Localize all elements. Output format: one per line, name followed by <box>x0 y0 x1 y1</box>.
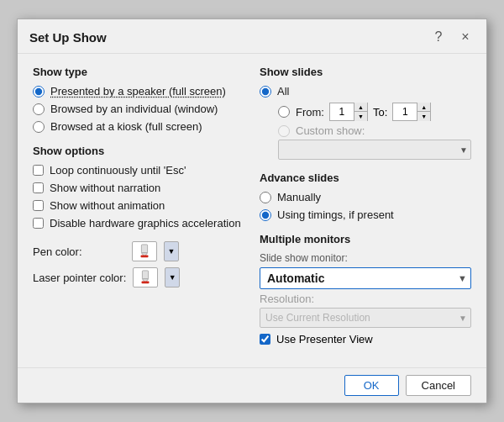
radio-from[interactable]: From: <box>278 106 324 119</box>
from-input[interactable] <box>330 103 354 120</box>
radio-speaker-label: Presented by a speaker (full screen) <box>50 85 226 98</box>
from-up-arrow[interactable]: ▲ <box>354 103 367 112</box>
radio-manually[interactable]: Manually <box>260 191 471 203</box>
svg-rect-3 <box>143 271 149 279</box>
help-button[interactable]: ? <box>429 28 448 46</box>
monitor-select[interactable]: Automatic <box>260 267 471 289</box>
left-column: Show type Presented by a speaker (full s… <box>33 66 244 357</box>
close-button[interactable]: × <box>456 28 475 46</box>
presenter-view-checkbox[interactable] <box>260 334 270 345</box>
radio-speaker[interactable]: Presented by a speaker (full screen) <box>33 85 244 98</box>
multiple-monitors-section: Multiple monitors Slide show monitor: Au… <box>260 233 471 346</box>
from-spinbox-arrows: ▲ ▼ <box>354 103 367 121</box>
radio-custom[interactable]: Custom show: <box>278 124 471 137</box>
radio-timings[interactable]: Using timings, if present <box>260 208 471 221</box>
radio-all-input[interactable] <box>260 86 271 98</box>
cancel-button[interactable]: Cancel <box>406 375 471 396</box>
cb-loop[interactable]: Loop continuously until 'Esc' <box>33 164 244 177</box>
radio-individual[interactable]: Browsed by an individual (window) <box>33 103 244 115</box>
to-input[interactable] <box>393 103 417 120</box>
laser-pointer-label: Laser pointer color: <box>33 272 126 284</box>
radio-all[interactable]: All <box>260 85 471 98</box>
radio-all-label: All <box>277 85 289 98</box>
laser-color-button[interactable] <box>133 267 158 287</box>
svg-rect-5 <box>142 282 150 284</box>
pen-color-row: Pen color: ▼ <box>33 241 244 261</box>
cb-disable-hw-input[interactable] <box>33 218 44 229</box>
ok-button[interactable]: OK <box>344 375 399 396</box>
pen-color-label: Pen color: <box>33 245 125 258</box>
cb-no-animation[interactable]: Show without animation <box>33 199 244 212</box>
custom-show-row: Custom show: ▼ <box>278 124 471 160</box>
show-type-title: Show type <box>33 66 244 78</box>
svg-rect-0 <box>141 245 147 253</box>
from-down-arrow[interactable]: ▼ <box>354 112 367 121</box>
cb-no-animation-label: Show without animation <box>50 199 165 212</box>
monitor-select-wrapper: Automatic ▼ <box>260 267 471 289</box>
to-down-arrow[interactable]: ▼ <box>417 112 430 121</box>
title-bar: Set Up Show ? × <box>18 19 486 54</box>
dialog-title: Set Up Show <box>29 30 107 45</box>
setup-show-dialog: Set Up Show ? × Show type Presented by a… <box>17 18 487 404</box>
from-label: From: <box>296 106 324 119</box>
radio-individual-label: Browsed by an individual (window) <box>50 103 218 115</box>
radio-kiosk-input[interactable] <box>33 121 45 133</box>
to-spinbox: ▲ ▼ <box>392 103 431 121</box>
from-spinbox: ▲ ▼ <box>329 103 368 121</box>
radio-kiosk[interactable]: Browsed at a kiosk (full screen) <box>33 120 244 133</box>
cb-disable-hw[interactable]: Disable hardware graphics acceleration <box>33 217 244 229</box>
right-column: Show slides All From: ▲ ▼ <box>260 66 471 357</box>
pen-icon <box>136 244 153 259</box>
custom-show-label: Custom show: <box>296 124 365 137</box>
svg-rect-2 <box>141 256 149 258</box>
advance-slides-title: Advance slides <box>260 171 471 184</box>
to-up-arrow[interactable]: ▲ <box>417 103 430 112</box>
show-options-title: Show options <box>33 145 244 157</box>
cb-loop-input[interactable] <box>33 165 44 176</box>
radio-from-input[interactable] <box>278 106 290 118</box>
resolution-select-wrapper: Use Current Resolution ▼ <box>260 308 471 328</box>
multiple-monitors-title: Multiple monitors <box>260 233 471 245</box>
cb-no-narration[interactable]: Show without narration <box>33 182 244 194</box>
slide-show-monitor-label: Slide show monitor: <box>260 252 471 264</box>
cb-no-narration-label: Show without narration <box>50 182 160 194</box>
to-spinbox-arrows: ▲ ▼ <box>417 103 430 121</box>
dialog-body: Show type Presented by a speaker (full s… <box>18 54 486 367</box>
show-type-section: Show type Presented by a speaker (full s… <box>33 66 244 133</box>
radio-manually-input[interactable] <box>260 192 271 203</box>
pen-color-button[interactable] <box>132 241 157 261</box>
title-bar-controls: ? × <box>429 28 475 46</box>
radio-custom-input[interactable] <box>278 125 290 137</box>
radio-speaker-input[interactable] <box>33 86 45 98</box>
radio-timings-input[interactable] <box>260 209 271 221</box>
cb-disable-hw-label: Disable hardware graphics acceleration <box>50 217 241 229</box>
laser-icon <box>137 270 154 285</box>
custom-show-select-wrapper: ▼ <box>278 140 471 160</box>
show-slides-section: Show slides All From: ▲ ▼ <box>260 66 471 160</box>
resolution-select[interactable]: Use Current Resolution <box>260 308 471 328</box>
dialog-footer: OK Cancel <box>18 367 486 403</box>
laser-pointer-color-row: Laser pointer color: ▼ <box>33 267 244 287</box>
cb-no-narration-input[interactable] <box>33 182 44 193</box>
advance-slides-section: Advance slides Manually Using timings, i… <box>260 171 471 221</box>
title-bar-left: Set Up Show <box>29 30 107 45</box>
manually-label: Manually <box>277 191 321 203</box>
show-slides-title: Show slides <box>260 66 471 78</box>
presenter-view-row: Use Presenter View <box>260 333 471 346</box>
radio-individual-input[interactable] <box>33 103 45 115</box>
to-label: To: <box>373 106 387 119</box>
radio-kiosk-label: Browsed at a kiosk (full screen) <box>50 120 202 133</box>
cb-no-animation-input[interactable] <box>33 200 44 211</box>
from-to-row: From: ▲ ▼ To: ▲ ▼ <box>278 103 471 121</box>
cb-loop-label: Loop continuously until 'Esc' <box>50 164 186 177</box>
timings-label: Using timings, if present <box>277 208 394 221</box>
custom-show-select[interactable] <box>278 140 471 160</box>
show-options-section: Show options Loop continuously until 'Es… <box>33 145 244 229</box>
resolution-label: Resolution: <box>260 293 471 305</box>
pen-color-dropdown[interactable]: ▼ <box>164 241 179 261</box>
laser-color-dropdown[interactable]: ▼ <box>165 267 180 287</box>
presenter-view-label: Use Presenter View <box>276 333 373 346</box>
